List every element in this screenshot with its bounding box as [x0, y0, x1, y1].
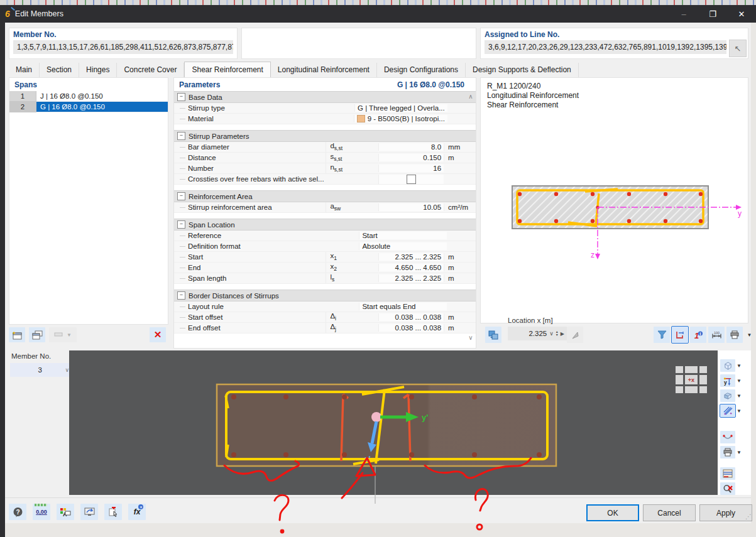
deselect-icon[interactable] — [104, 504, 122, 520]
param-row-definition-format[interactable]: Definition formatAbsolute — [174, 241, 476, 252]
collapse-icon[interactable]: − — [177, 220, 185, 229]
display-properties-icon[interactable] — [720, 467, 735, 480]
print-dropdown-caret[interactable]: ▼ — [745, 327, 753, 343]
param-row-stirrup-reinforcement-area[interactable]: Stirrup reinforcement areaasw10.05cm²/m — [174, 202, 476, 213]
param-value[interactable]: Start equals End — [359, 303, 446, 310]
pick-lines-button[interactable]: ↖ — [729, 40, 747, 57]
cancel-button[interactable]: Cancel — [643, 504, 696, 521]
play-step-icon[interactable]: ▶ — [561, 331, 564, 337]
sync-view-button[interactable] — [485, 327, 501, 343]
param-label: Definition format — [174, 242, 312, 250]
param-value[interactable]: 8.0 — [378, 143, 444, 151]
scroll-down-icon[interactable]: ∨ — [466, 334, 475, 341]
tab-shear-reinforcement[interactable]: Shear Reinforcement — [184, 62, 270, 77]
param-row-end-offset[interactable]: End offsetΔj0.038 ... 0.038m — [174, 323, 476, 334]
solid-model-view-icon[interactable] — [720, 389, 735, 402]
param-value[interactable]: 2.325 ... 2.325 — [378, 274, 444, 282]
maximize-button[interactable]: ❐ — [698, 5, 727, 23]
param-value[interactable]: Absolute — [359, 242, 446, 250]
view-direction-icon[interactable]: y — [720, 374, 735, 387]
tab-design-supports-deflection[interactable]: Design Supports & Deflection — [466, 63, 579, 77]
tab-longitudinal-reinforcement[interactable]: Longitudinal Reinforcement — [271, 63, 377, 77]
param-value[interactable]: 9 - B500S(B) | Isotropi... — [354, 115, 447, 122]
param-value[interactable] — [378, 175, 444, 184]
param-value[interactable]: 10.05 — [378, 203, 444, 211]
param-value[interactable]: 0.038 ... 0.038 — [378, 324, 444, 332]
empty-header-box — [241, 28, 476, 59]
new-span-button[interactable]: ✦ — [9, 327, 25, 342]
chevron-down-icon[interactable]: ∨ — [549, 330, 554, 337]
tab-concrete-cover[interactable]: Concrete Cover — [117, 63, 184, 77]
formula-icon[interactable]: fxx — [128, 504, 146, 520]
param-row-number[interactable]: Numberns,st16 — [174, 163, 476, 174]
collapse-icon[interactable]: − — [177, 291, 185, 300]
param-value[interactable]: 16 — [378, 165, 444, 172]
param-section-title: Border Distances of Stirrups — [189, 292, 279, 300]
resize-grip[interactable]: ⋰ — [745, 513, 752, 520]
tab-section[interactable]: Section — [40, 63, 79, 77]
units-settings-icon[interactable]: 0,00 — [33, 504, 50, 520]
checkbox[interactable] — [407, 175, 416, 184]
axis-z-label: z — [591, 251, 594, 259]
apply-button[interactable]: Apply — [699, 504, 752, 521]
collapse-icon[interactable]: − — [177, 132, 185, 140]
param-row-stirrup-type[interactable]: Stirrup typeG | Three legged | Overla... — [174, 103, 476, 114]
filter-icon[interactable] — [654, 327, 670, 343]
screen-capture-icon[interactable] — [80, 504, 98, 520]
viewport-toolbar: ▼ y ▼ ▼ ▼ ▼ — [718, 350, 751, 495]
param-row-bar-diameter[interactable]: Bar diameterds,st8.0mm — [174, 142, 476, 153]
copy-span-button[interactable] — [29, 327, 45, 342]
render-viewport[interactable]: y' z' — [69, 350, 718, 495]
tab-hinges[interactable]: Hinges — [79, 63, 117, 77]
param-value[interactable]: 2.325 ... 2.325 — [378, 253, 444, 261]
param-value[interactable]: G | Three legged | Overla... — [354, 104, 447, 112]
collapse-icon[interactable]: − — [177, 192, 185, 200]
scroll-up-icon[interactable]: ∧ — [466, 93, 475, 100]
tab-main[interactable]: Main — [9, 63, 40, 77]
display-settings-icon[interactable]: A — [57, 504, 74, 520]
param-row-start-offset[interactable]: Start offsetΔi0.038 ... 0.038m — [174, 312, 476, 323]
print-graphic-icon[interactable] — [726, 327, 743, 343]
param-value[interactable]: 0.038 ... 0.038 — [378, 313, 444, 321]
dimensions-icon[interactable]: 100 — [708, 327, 725, 343]
param-row-span-length[interactable]: Span lengthls2.325 ... 2.325m — [174, 273, 476, 284]
deformation-display-icon[interactable] — [720, 431, 735, 443]
param-row-reference[interactable]: ReferenceStart — [174, 231, 476, 241]
location-x-spinner[interactable]: 2.325 ∨ ▴▾ ▶ — [508, 327, 567, 340]
close-button[interactable]: ✕ — [727, 5, 756, 23]
section-gap — [174, 213, 476, 219]
assigned-line-field[interactable]: 3,6,9,12,17,20,23,26,29,123,233,472,632,… — [485, 40, 726, 54]
span-row[interactable]: 1J | 16 Ø8.0 @0.150 — [9, 91, 168, 102]
param-row-start[interactable]: Startx12.325 ... 2.325m — [174, 252, 476, 263]
desktop-bottom-gap — [5, 523, 756, 537]
span-row[interactable]: 2G | 16 Ø8.0 @0.150 — [9, 102, 168, 112]
view-navigation-widget[interactable]: +x — [676, 366, 705, 391]
param-row-crossties-over-free-rebars-with-active-sel[interactable]: Crossties over free rebars with active s… — [174, 174, 476, 185]
ok-button[interactable]: OK — [586, 504, 639, 521]
param-row-material[interactable]: Material9 - B500S(B) | Isotropi... — [174, 114, 476, 124]
print-view-icon[interactable] — [720, 446, 735, 458]
param-unit: mm — [444, 143, 476, 151]
isometric-view-icon[interactable] — [720, 359, 735, 372]
delete-span-button[interactable]: ✕ — [150, 327, 166, 342]
param-symbol: Δi — [326, 312, 378, 322]
param-value[interactable]: 4.650 ... 4.650 — [378, 264, 444, 271]
reinforcement-info-icon[interactable]: 1i — [690, 327, 706, 343]
param-row-distance[interactable]: Distancess,st0.150m — [174, 153, 476, 163]
preview-line-shear: Shear Reinforcement — [487, 100, 748, 110]
param-value[interactable]: 0.150 — [378, 154, 444, 161]
member-no-field[interactable]: 1,3,5,7,9,11,13,15,17,26,61,185,298,411,… — [13, 40, 233, 54]
param-value[interactable]: Start — [359, 232, 446, 239]
help-icon[interactable]: ? — [9, 504, 26, 520]
show-stirrups-icon[interactable] — [672, 327, 688, 343]
tab-design-configurations[interactable]: Design Configurations — [377, 63, 466, 77]
param-row-layout-rule[interactable]: Layout ruleStart equals End — [174, 301, 476, 312]
collapse-icon[interactable]: − — [177, 93, 185, 101]
param-symbol: x2 — [326, 263, 378, 272]
param-label: Layout rule — [174, 303, 312, 310]
spin-down-icon[interactable]: ▾ — [556, 334, 558, 337]
display-reinforcement-icon[interactable] — [720, 404, 735, 417]
viewport-member-dropdown[interactable]: 3 ∨ — [10, 363, 74, 377]
param-row-end[interactable]: Endx24.650 ... 4.650m — [174, 263, 476, 273]
cancel-zoom-icon[interactable] — [720, 482, 735, 495]
